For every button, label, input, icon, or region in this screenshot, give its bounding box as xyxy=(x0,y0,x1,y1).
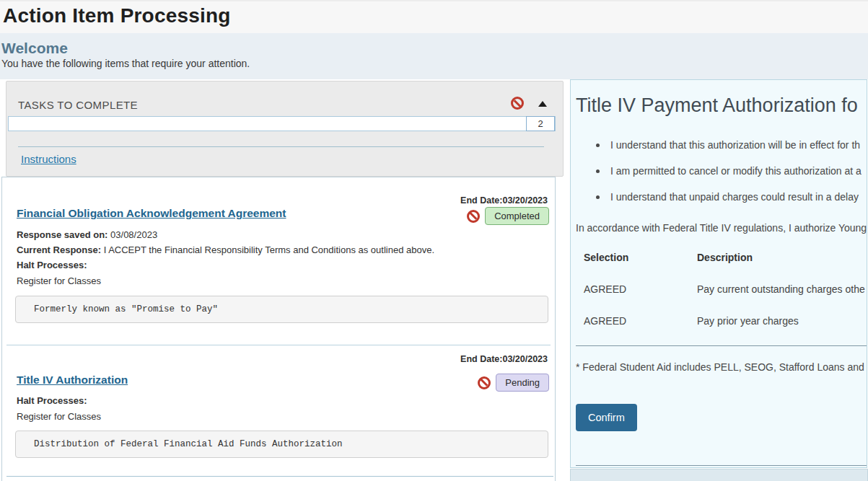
bullet-icon xyxy=(596,144,600,147)
welcome-subtitle: You have the following items that requir… xyxy=(1,58,250,69)
tasks-to-complete-card: TASKS TO COMPLETE 2 Instructions xyxy=(6,81,564,177)
next-section-strip xyxy=(570,469,868,481)
task-note-box: Formerly known as "Promise to Pay" xyxy=(15,296,548,323)
table-cell-description: Pay prior year charges xyxy=(697,315,799,327)
prohibited-icon xyxy=(511,97,524,110)
table-cell-description: Pay current outstanding charges othe xyxy=(697,283,865,295)
instructions-link[interactable]: Instructions xyxy=(21,153,76,165)
task-note-box: Distribution of Federal Financial Aid Fu… xyxy=(15,431,548,458)
federal-aid-footnote: * Federal Student Aid includes PELL, SEO… xyxy=(576,361,864,373)
task-link-title-iv-authorization[interactable]: Title IV Authorization xyxy=(17,374,128,386)
task-row: Financial Obligation Acknowledgement Agr… xyxy=(17,207,549,226)
status-badge: Completed xyxy=(485,207,549,225)
column-header-selection: Selection xyxy=(584,252,628,263)
task-row: Title IV Authorization Pending xyxy=(17,374,549,392)
detail-bottom-divider xyxy=(576,465,867,466)
table-cell-selection: AGREED xyxy=(584,283,626,295)
bullet-icon xyxy=(596,195,600,199)
halt-processes-value: Register for Classes xyxy=(17,275,101,286)
bullet-item: I am permitted to cancel or modify this … xyxy=(596,165,862,177)
welcome-heading: Welcome xyxy=(1,40,68,57)
table-cell-selection: AGREED xyxy=(584,315,626,327)
response-saved-row: Response saved on: 03/08/2023 xyxy=(17,229,157,240)
title-iv-detail-panel: Title IV Payment Authorization fo I unde… xyxy=(570,79,867,468)
task-link-financial-obligation[interactable]: Financial Obligation Acknowledgement Agr… xyxy=(17,207,286,219)
halt-processes-value: Register for Classes xyxy=(17,411,101,422)
collapse-caret-icon[interactable] xyxy=(538,101,547,107)
prohibited-icon xyxy=(467,210,480,223)
halt-processes-label: Halt Processes: xyxy=(17,395,87,406)
prohibited-icon xyxy=(478,376,491,389)
response-saved-label: Response saved on: xyxy=(17,229,108,240)
tasks-count: 2 xyxy=(526,116,555,131)
tasks-progress-bar: 2 xyxy=(8,116,556,131)
tasks-card-title: TASKS TO COMPLETE xyxy=(18,99,138,111)
bullet-item: I understand that unpaid charges could r… xyxy=(596,191,859,203)
detail-panel-title: Title IV Payment Authorization fo xyxy=(576,94,858,117)
task-item-divider xyxy=(6,345,551,345)
tasks-card-divider xyxy=(18,146,544,147)
status-badge: Pending xyxy=(496,374,549,392)
end-date: End Date:03/20/2023 xyxy=(460,354,548,364)
bullet-item: I understand that this authorization wil… xyxy=(596,139,860,151)
bullet-icon xyxy=(596,169,600,173)
page-title: Action Item Processing xyxy=(3,4,231,27)
confirm-button[interactable]: Confirm xyxy=(576,404,637,431)
task-list-bottom-divider xyxy=(6,476,553,477)
current-response-label: Current Response: xyxy=(17,244,101,255)
end-date: End Date:03/20/2023 xyxy=(460,195,548,206)
authorization-intro: In accordance with Federal Title IV regu… xyxy=(576,222,867,234)
action-item-processing-page: Action Item Processing Welcome You have … xyxy=(0,0,868,481)
current-response-row: Current Response: I ACCEPT the Financial… xyxy=(17,244,434,255)
task-list-panel: End Date:03/20/2023 Financial Obligation… xyxy=(1,177,556,481)
welcome-section: Welcome You have the following items tha… xyxy=(0,33,868,79)
detail-divider xyxy=(576,345,867,346)
current-response-value: I ACCEPT the Financial Responsibility Te… xyxy=(104,244,434,255)
column-header-description: Description xyxy=(697,252,753,263)
halt-processes-label: Halt Processes: xyxy=(17,260,87,270)
app-header: Action Item Processing xyxy=(0,0,868,33)
response-saved-value: 03/08/2023 xyxy=(110,229,157,240)
